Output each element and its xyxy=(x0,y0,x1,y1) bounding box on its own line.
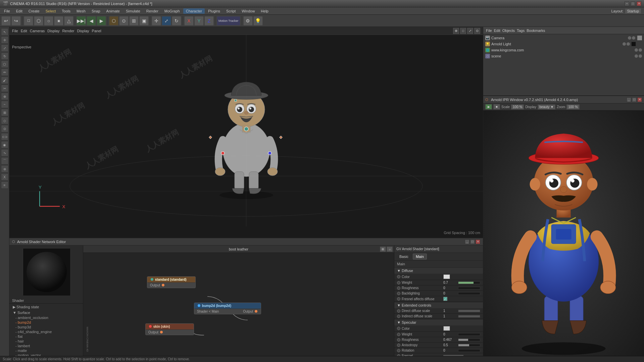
specular-header[interactable]: ▼ Specular xyxy=(394,319,483,325)
rotate-btn[interactable]: ↻ xyxy=(172,16,181,26)
menu-animate[interactable]: Animate xyxy=(104,8,122,14)
x-axis-btn[interactable]: X xyxy=(184,16,194,26)
shader-flat[interactable]: - flat xyxy=(10,334,82,339)
anim-start-btn[interactable]: ▶▶| xyxy=(77,16,86,26)
shader-bump2d[interactable]: - bump2d xyxy=(10,320,82,325)
anim-play-btn[interactable]: ▶ xyxy=(97,16,106,26)
viewport[interactable]: File Edit Cameras Display Render Display… xyxy=(9,27,483,238)
minimize-button[interactable]: ─ xyxy=(625,1,629,6)
menu-script[interactable]: Script xyxy=(224,8,238,14)
z-axis-btn[interactable]: Z xyxy=(204,16,214,26)
spec-roughness-num[interactable]: 0.467 xyxy=(443,338,457,342)
kingcoma-vis-1[interactable] xyxy=(635,48,638,52)
ipr-display-value[interactable]: beauty ▼ xyxy=(538,104,555,109)
tab-main[interactable]: Main xyxy=(413,254,427,260)
render-btn[interactable]: ⚙ xyxy=(243,16,253,26)
vis-dot-1[interactable] xyxy=(628,36,631,40)
fresnel-diffuse-radio[interactable] xyxy=(397,297,400,301)
vp-menu-cameras[interactable]: Cameras xyxy=(30,29,45,33)
node-zoom-btn[interactable]: ⌕ xyxy=(387,246,393,252)
vp-ctrl-1[interactable]: ⊕ xyxy=(453,28,459,34)
extended-header[interactable]: ▼ Extended controls xyxy=(394,302,483,308)
vp-menu-display[interactable]: Display xyxy=(47,29,59,33)
shader-lambert[interactable]: - lambert xyxy=(10,344,82,348)
tool-xpresso[interactable]: X xyxy=(1,173,8,181)
cone-btn[interactable]: △ xyxy=(64,16,73,26)
anim-back-btn[interactable]: ◀ xyxy=(87,16,96,26)
fresnel-diffuse-checkbox[interactable]: ✓ xyxy=(443,297,447,301)
menu-help[interactable]: Help xyxy=(258,8,271,14)
vp-menu-edit[interactable]: Edit xyxy=(21,29,27,33)
obj-mode-btn[interactable]: ⬡ xyxy=(109,16,118,26)
vp-ctrl-4[interactable]: ⊙ xyxy=(474,28,480,34)
shader-surface[interactable]: ▼ Surface xyxy=(10,310,82,315)
ipr-zoom-value[interactable]: 100 % xyxy=(566,104,579,109)
vp-ctrl-2[interactable]: □ xyxy=(460,28,466,34)
node-arrange-btn[interactable]: ⊞ xyxy=(380,246,386,252)
shader-matte[interactable]: - matte xyxy=(10,348,82,353)
tool-deform[interactable]: ⌒ xyxy=(1,157,8,165)
shader-close-btn[interactable]: ✕ xyxy=(476,239,480,244)
tool-scale[interactable]: ⤢ xyxy=(1,44,8,52)
spec-rotation-radio[interactable] xyxy=(397,349,400,352)
menu-edit[interactable]: Edit xyxy=(13,8,25,14)
ipr-maximize-btn[interactable]: □ xyxy=(632,97,637,102)
obj-item-kingcoma[interactable]: 🌐 www.kingcoma.com xyxy=(484,47,643,53)
kingcoma-vis-2[interactable] xyxy=(639,48,642,52)
maximize-button[interactable]: □ xyxy=(631,1,635,6)
pts-mode-btn[interactable]: ⊙ xyxy=(119,16,129,26)
spec-color-radio[interactable] xyxy=(397,327,400,330)
menu-character[interactable]: Character xyxy=(183,8,205,14)
menu-mesh[interactable]: Mesh xyxy=(74,8,88,14)
menu-create[interactable]: Create xyxy=(26,8,42,14)
tool-paint[interactable]: 🖌 xyxy=(1,77,8,84)
menu-snap[interactable]: Snap xyxy=(89,8,103,14)
obj-menu-file[interactable]: File xyxy=(486,29,492,33)
diffuse-backlight-slider[interactable] xyxy=(458,292,480,295)
scale-btn[interactable]: ⤢ xyxy=(162,16,171,26)
direct-diffuse-slider[interactable] xyxy=(458,310,480,312)
sphere-btn[interactable]: ○ xyxy=(44,16,53,26)
ipr-btn[interactable]: 💡 xyxy=(253,16,263,26)
diffuse-roughness-radio[interactable] xyxy=(397,286,400,290)
obj-item-scene[interactable]: ⬡ scene xyxy=(484,53,643,59)
vp-menu-display2[interactable]: Display xyxy=(77,29,89,33)
vp-ctrl-3[interactable]: ⤢ xyxy=(467,28,473,34)
obj-item-camera[interactable]: 📷 Camera xyxy=(484,35,643,41)
close-button[interactable]: ✕ xyxy=(637,1,641,6)
shader-shading-state[interactable]: ▶ Shading state xyxy=(10,304,82,310)
diffuse-roughness-slider[interactable] xyxy=(458,287,480,289)
tool-knife[interactable]: ✂ xyxy=(1,85,8,92)
tool-loop[interactable]: ⊙ xyxy=(1,125,8,132)
spec-weight-slider[interactable] xyxy=(458,333,480,336)
vp-menu-panel[interactable]: Panel xyxy=(92,29,101,33)
diffuse-header[interactable]: ▼ Diffuse xyxy=(394,268,483,274)
spec-aniso-slider[interactable] xyxy=(458,344,480,347)
tab-basic[interactable]: Basic xyxy=(396,254,411,260)
node-skin[interactable]: skin (skin) Output xyxy=(145,323,194,335)
menu-plugins[interactable]: Plugins xyxy=(205,8,223,14)
tool-move[interactable]: ✛ xyxy=(1,36,8,44)
y-axis-btn[interactable]: Y xyxy=(194,16,204,26)
obj-menu-edit[interactable]: Edit xyxy=(494,29,500,33)
spec-weight-radio[interactable] xyxy=(397,333,400,336)
tool-spline[interactable]: ∿ xyxy=(1,149,8,156)
ipr-stop-btn[interactable]: ■ xyxy=(493,104,500,109)
spec-aniso-num[interactable]: 0.5 xyxy=(443,343,457,347)
move-btn[interactable]: ✛ xyxy=(152,16,161,26)
tool-rotate[interactable]: ↻ xyxy=(1,52,8,60)
spec-roughness-radio[interactable] xyxy=(397,338,400,342)
direct-diffuse-num[interactable]: 1 xyxy=(443,309,457,313)
diffuse-roughness-num[interactable]: 0 xyxy=(443,286,457,290)
menu-file[interactable]: File xyxy=(1,8,13,14)
tool-extrude[interactable]: ⊞ xyxy=(1,109,8,116)
tool-select[interactable]: ↖ xyxy=(1,28,8,36)
cube-btn[interactable]: ⬡ xyxy=(34,16,43,26)
ipr-play-btn[interactable]: ▶ xyxy=(485,104,492,109)
node-bump2d[interactable]: bump2d (bump2d) Shader < Main Output xyxy=(194,303,261,314)
cylinder-btn[interactable]: ▣ xyxy=(54,16,63,26)
tool-dynamics[interactable]: ⊛ xyxy=(1,165,8,173)
menu-simulate[interactable]: Simulate xyxy=(123,8,143,14)
indirect-diffuse-num[interactable]: 1 xyxy=(443,314,457,318)
tool-magnet[interactable]: ⊕ xyxy=(1,93,8,100)
